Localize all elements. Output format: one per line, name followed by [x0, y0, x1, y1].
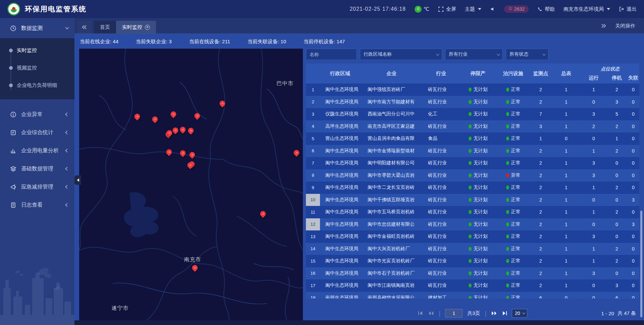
cell-enterprise[interactable]: 阆中明阳建材有限公司 [360, 160, 423, 166]
sidebar-item-power-load-detail[interactable]: 企业电力负荷明细 [0, 76, 74, 94]
app-logo [7, 3, 20, 15]
row-index: 8 [306, 173, 320, 178]
cell-enterprise[interactable]: 阆中市五马桥页岩机砖 [360, 209, 423, 215]
tab-home[interactable]: 首页 [94, 21, 116, 34]
row-index: 15 [306, 259, 320, 264]
cell-enterprise[interactable]: 南充市高坪区王家店建 [360, 123, 423, 129]
stat-lost-enterprises: 当前失联企业: 3 [136, 39, 172, 45]
chevron-left-icon [65, 112, 69, 116]
cell-enterprise[interactable]: 阆中大兴页岩机砖厂 [360, 246, 423, 252]
cell-total-meters: 1 [551, 99, 581, 105]
next-page-button[interactable] [491, 311, 497, 316]
org-dropdown[interactable]: 南充市生态环境局 [564, 6, 610, 12]
cell-enterprise[interactable]: 阆中强锐页岩砖厂 [360, 87, 423, 93]
help-button[interactable]: 帮助 [537, 6, 555, 12]
sidebar-item-base-data-management[interactable]: 基础数据管理 [0, 160, 74, 178]
row-index: 14 [306, 246, 320, 251]
sidebar-item-emergency-reduction[interactable]: 应急减排管理 [0, 178, 74, 196]
cell-enterprise[interactable]: 阆中市金博瑞新型墙材 [360, 148, 423, 154]
cell-production-stop: 无计划 [460, 282, 496, 288]
close-operations-button[interactable]: 关闭操作 [615, 23, 635, 29]
first-page-button[interactable] [418, 311, 423, 316]
cell-enterprise[interactable]: 阆中市江南镇阆南页岩 [360, 282, 423, 288]
name-filter-input[interactable] [310, 52, 353, 57]
cell-enterprise[interactable]: 阆中市二龙长宝页岩砖 [360, 184, 423, 191]
cell-region: 阆中生态环境局 [320, 258, 360, 264]
table-body: 1 阆中生态环境局 阆中强锐页岩砖厂 砖瓦行业 无计划 正常 2 1 1 2 0… [306, 84, 639, 299]
tabs-scroll-right-button[interactable] [601, 23, 606, 28]
cell-production-stop: 无计划 [460, 209, 496, 215]
cell-enterprise[interactable]: 阆中市南方节能建材有 [360, 99, 423, 105]
cell-enterprise[interactable]: 营山县润丰肉食品有限 [360, 136, 423, 142]
status-filter-select[interactable]: 所有状态 [506, 49, 548, 60]
industry-filter-select[interactable]: 所有行业 [445, 49, 503, 60]
col-disconnected: 失联 [627, 72, 639, 84]
table-row[interactable]: 11 阆中生态环境局 阆中市五马桥页岩机砖 砖瓦行业 无计划 正常 2 1 1 … [306, 206, 639, 218]
mute-button[interactable] [490, 6, 495, 12]
table-row[interactable]: 14 阆中生态环境局 阆中大兴页岩机砖厂 砖瓦行业 无计划 正常 2 1 1 2… [306, 243, 639, 255]
table-row[interactable]: 2 阆中生态环境局 阆中市南方节能建材有 砖瓦行业 无计划 正常 2 1 0 3… [306, 96, 639, 108]
page-size-select[interactable]: 20 [512, 309, 527, 318]
tabs-scroll-left-button[interactable] [77, 21, 91, 34]
table-row[interactable]: 4 高坪生态环境局 南充市高坪区王家店建 砖瓦行业 无计划 正常 3 1 2 2… [306, 120, 639, 133]
cell-enterprise[interactable]: 南部县砌华水泥有限公 [360, 295, 423, 299]
sidebar-item-log-view[interactable]: 日志查看 [0, 196, 74, 214]
logout-button[interactable]: 退出 [619, 6, 637, 12]
cell-enterprise[interactable]: 阆中千佛镇五郎垭页岩 [360, 197, 423, 203]
cell-total-meters: 1 [551, 185, 581, 190]
table-row[interactable]: 12 阆中生态环境局 阆中市忠信建材有限公 砖瓦行业 无计划 正常 2 1 0 … [306, 218, 639, 231]
table-row[interactable]: 8 阆中生态环境局 阆中市枣碧大梁山页岩 砖瓦行业 无计划 异常 2 1 3 0… [306, 169, 639, 182]
last-page-button[interactable] [502, 311, 507, 316]
table-row[interactable]: 7 阆中生态环境局 阆中明阳建材有限公司 砖瓦行业 无计划 正常 2 1 3 0… [306, 157, 639, 169]
sidebar-item-enterprise-abnormal[interactable]: 企业异常 [0, 105, 74, 123]
cell-production-stop: 无计划 [460, 184, 496, 191]
name-filter[interactable] [306, 49, 357, 60]
table-row[interactable]: 13 阆中生态环境局 阆中市金福旺页岩机砖 砖瓦行业 无计划 正常 2 1 3 … [306, 230, 639, 243]
notification-badge[interactable]: 2632 [504, 5, 529, 13]
sidebar: 数据监测 实时监控 视频监控 企业电力负荷明细 企业异常 企业综合统计 企业用电… [0, 18, 74, 325]
map-panel[interactable]: 巴中市南充市遂宁市 [79, 49, 303, 320]
table-row[interactable]: 1 阆中生态环境局 阆中强锐页岩砖厂 砖瓦行业 无计划 正常 2 1 1 2 0 [306, 84, 639, 96]
page-number-input[interactable] [445, 309, 463, 318]
sidebar-item-video-monitor[interactable]: 视频监控 [0, 59, 74, 76]
table-row[interactable]: 3 仪陇生态环境局 西南油气田分公司川中 化工 无计划 正常 7 1 3 5 0 [306, 108, 639, 120]
sidebar-item-realtime-monitor[interactable]: 实时监控 [0, 42, 74, 59]
row-index: 6 [306, 148, 320, 153]
scrollbar-thumb[interactable] [640, 211, 642, 317]
col-pollution-facility: 治污设施 [496, 63, 530, 84]
tab-realtime-monitor[interactable]: 实时监控 ✕ [116, 21, 156, 34]
cell-region: 阆中生态环境局 [320, 197, 360, 203]
cell-pollution-facility: 正常 [496, 246, 530, 252]
map-collapse-handle[interactable] [74, 175, 81, 185]
cell-enterprise[interactable]: 阆中市枣碧大梁山页岩 [360, 172, 423, 178]
table-row[interactable]: 10 阆中生态环境局 阆中千佛镇五郎垭页岩 砖瓦行业 无计划 正常 2 1 0 … [306, 194, 639, 206]
cell-monitor-points: 2 [530, 160, 551, 166]
region-filter-select[interactable]: 行政区域名称 [360, 49, 442, 60]
theme-dropdown[interactable]: 主题 [465, 6, 481, 12]
table-row[interactable]: 6 阆中生态环境局 阆中市金博瑞新型墙材 砖瓦行业 无计划 正常 2 1 1 2… [306, 145, 639, 157]
cell-monitor-points: 2 [530, 173, 551, 178]
cell-enterprise[interactable]: 阆中市石子页岩机砖厂 [360, 270, 423, 276]
close-icon[interactable]: ✕ [145, 25, 150, 30]
table-row[interactable]: 16 阆中生态环境局 阆中市石子页岩机砖厂 砖瓦行业 无计划 正常 2 1 3 … [306, 267, 639, 280]
sidebar-item-power-usage-analysis[interactable]: 企业用电量分析 [0, 142, 74, 160]
cell-enterprise[interactable]: 阆中市忠信建材有限公 [360, 221, 423, 227]
table-row[interactable]: 9 阆中生态环境局 阆中市二龙长宝页岩砖 砖瓦行业 无计划 正常 2 1 1 2… [306, 181, 639, 194]
cell-total-meters: 1 [551, 246, 581, 252]
table-row[interactable]: 15 阆中生态环境局 阆中市光富页岩机砖厂 砖瓦行业 无计划 正常 2 1 1 … [306, 255, 639, 267]
cell-enterprise[interactable]: 阆中市金福旺页岩机砖 [360, 233, 423, 239]
chevron-down-icon [542, 52, 546, 56]
fullscreen-button[interactable]: 全屏 [438, 6, 456, 12]
sidebar-item-enterprise-statistics[interactable]: 企业综合统计 [0, 123, 74, 142]
table-row[interactable]: 18 南部生态环境局 南部县砌华水泥有限公 建材加工 无计划 正常 6 0 0 … [306, 292, 639, 299]
map-city-label: 巴中市 [276, 80, 293, 87]
row-index: 7 [306, 161, 320, 166]
cell-enterprise[interactable]: 阆中市光富页岩机砖厂 [360, 258, 423, 264]
prev-page-button[interactable] [428, 311, 434, 316]
sidebar-item-data-monitor[interactable]: 数据监测 [0, 18, 74, 38]
layers-icon [10, 166, 16, 172]
cell-running: 3 [581, 271, 606, 276]
cell-enterprise[interactable]: 西南油气田分公司川中 [360, 111, 423, 117]
table-row[interactable]: 17 阆中生态环境局 阆中市江南镇阆南页岩 砖瓦行业 无计划 正常 2 1 0 … [306, 279, 639, 292]
table-row[interactable]: 5 营山生态环境局 营山县润丰肉食品有限 食品 无计划 正常 1 0 0 1 0 [306, 132, 639, 145]
